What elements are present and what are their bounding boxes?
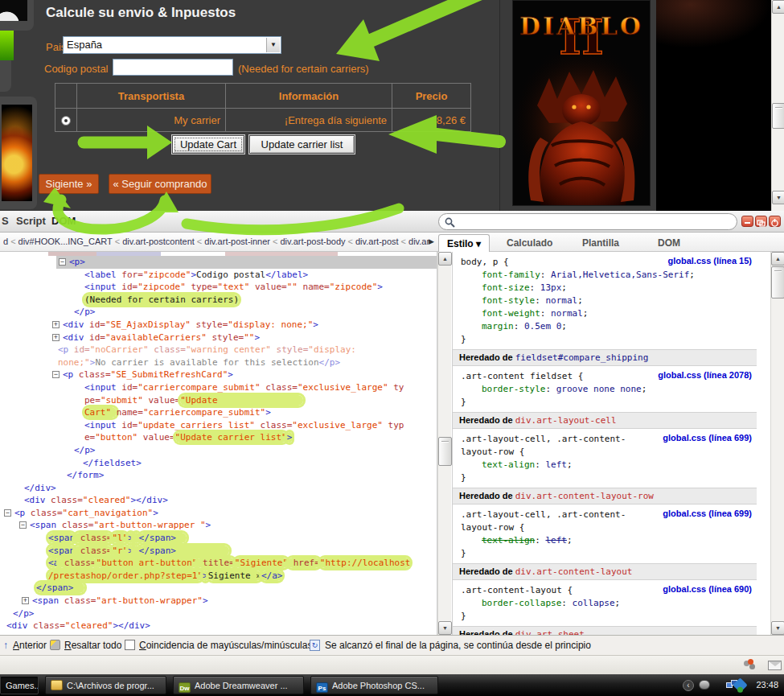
zipcode-input[interactable]: [113, 59, 233, 76]
scrollbar-thumb[interactable]: [438, 437, 452, 466]
taskbar-button[interactable]: C:\Archivos de progr...: [45, 676, 166, 694]
breadcrumb-overflow-icon[interactable]: ▶: [429, 237, 434, 245]
style-tab-plantilla[interactable]: Plantilla: [574, 234, 627, 252]
css-rule[interactable]: global.css (línea 690).art-content-layou…: [453, 580, 757, 626]
next-button[interactable]: Sigiente »: [39, 174, 99, 194]
browser-scrollbar[interactable]: ▲ ▼: [771, 0, 784, 211]
style-tab-dom[interactable]: DOM: [650, 234, 688, 252]
highlight-all-button[interactable]: Resaltar todo: [64, 640, 121, 651]
css-source-link[interactable]: global.css (línea 699): [663, 509, 752, 518]
scrollbar-thumb[interactable]: [771, 266, 784, 299]
code-line[interactable]: </p>: [0, 444, 437, 457]
scroll-up-icon[interactable]: ▲: [772, 0, 784, 14]
code-line[interactable]: +<div id="availableCarriers" style="">: [0, 332, 437, 344]
code-line[interactable]: Cart" name="carriercompare_submit">: [0, 406, 437, 419]
css-rule[interactable]: global.css (línea 2078).art-content fiel…: [453, 366, 757, 412]
update-cart-button[interactable]: Update Cart: [172, 135, 244, 154]
code-line[interactable]: <label for="zipcode">Codigo postal</labe…: [0, 269, 437, 282]
code-line[interactable]: <a class="button art-button" title="Sigi…: [0, 557, 437, 570]
collapse-icon[interactable]: −: [19, 521, 27, 529]
power-off-button[interactable]: [769, 216, 781, 227]
code-line[interactable]: <div class="cleared"></div>: [0, 494, 437, 507]
detach-window-button[interactable]: [755, 216, 767, 227]
code-line[interactable]: /prestashop/order.php?step=1">Sigiente »…: [0, 570, 437, 583]
expand-icon[interactable]: +: [52, 334, 60, 341]
css-source-link[interactable]: global.css (línea 690): [663, 584, 752, 594]
code-line[interactable]: <input id="update_carriers_list" class="…: [0, 419, 437, 432]
breadcrumb-item[interactable]: div.art-layou: [408, 237, 429, 246]
dialup-gauge-icon[interactable]: [699, 680, 710, 690]
code-line[interactable]: +<div id="SE_AjaxDisplay" style="display…: [0, 319, 437, 332]
code-line[interactable]: −<p class="cart_navigation">: [0, 507, 437, 520]
css-property[interactable]: text-align: left;: [461, 534, 750, 547]
code-line[interactable]: none;">No carrier is available for this …: [0, 356, 437, 369]
scrollbar-thumb[interactable]: [772, 103, 784, 129]
tab-css[interactable]: S: [2, 215, 9, 227]
breadcrumb-item[interactable]: div.art-post: [355, 237, 399, 246]
css-rule[interactable]: global.css (línea 15)body, p {font-famil…: [453, 252, 757, 349]
code-line[interactable]: <div class="cleared"></div>: [0, 620, 437, 632]
code-line[interactable]: +<span class="art-button-wrapper">: [0, 595, 437, 607]
tab-script[interactable]: Script: [16, 215, 46, 227]
code-line[interactable]: (Needed for certain carriers): [0, 294, 437, 307]
find-previous-button[interactable]: Anterior: [13, 640, 47, 651]
code-line[interactable]: <p id="noCarrier" class="warning center"…: [0, 344, 437, 356]
expand-icon[interactable]: +: [22, 597, 29, 604]
css-property[interactable]: font-family: Arial,Helvetica,Sans-Serif;: [461, 269, 750, 282]
code-line[interactable]: </fieldset>: [0, 457, 437, 470]
taskbar-button[interactable]: DwAdobe Dreamweaver ...: [173, 676, 304, 694]
css-rule[interactable]: global.css (línea 699).art-layout-cell, …: [453, 504, 757, 563]
taskbar-button[interactable]: Games...: [0, 676, 39, 694]
code-line[interactable]: <input id="zipcode" type="text" value=""…: [0, 281, 437, 294]
collapse-icon[interactable]: −: [59, 258, 66, 266]
scroll-up-icon[interactable]: ▲: [771, 252, 784, 266]
product-thumb-image[interactable]: [2, 105, 32, 201]
css-property[interactable]: font-weight: normal;: [461, 307, 750, 320]
html-panel-scrollbar[interactable]: ▲ ▼: [437, 252, 451, 636]
breadcrumb-item[interactable]: div#HOOK...ING_CART: [18, 237, 113, 246]
css-property[interactable]: margin: 0.5em 0;: [461, 320, 750, 333]
expand-icon[interactable]: +: [52, 321, 60, 328]
inherited-selector[interactable]: div.art-content-layout: [515, 566, 633, 577]
css-source-link[interactable]: global.css (línea 2078): [658, 370, 752, 380]
product-thumb-image[interactable]: [0, 31, 14, 60]
taskbar-button[interactable]: PsAdobe Photoshop CS...: [310, 676, 438, 694]
breadcrumb-item[interactable]: div.art-post-body: [280, 237, 345, 246]
code-line[interactable]: <span class="l"> </span>: [0, 532, 437, 545]
css-property[interactable]: font-size: 13px;: [461, 282, 750, 294]
code-line[interactable]: −<p>: [0, 256, 437, 269]
scroll-down-icon[interactable]: ▼: [438, 621, 452, 635]
tray-collapse-icon[interactable]: ‹: [683, 680, 694, 691]
match-case-checkbox[interactable]: [125, 640, 135, 650]
code-line[interactable]: <span class="r"> </span>: [0, 545, 437, 558]
code-line[interactable]: −<p class="SE_SubmitRefreshCard">: [0, 369, 437, 381]
collapse-icon[interactable]: −: [4, 509, 11, 517]
css-rule[interactable]: global.css (línea 699).art-layout-cell, …: [453, 429, 757, 488]
css-property[interactable]: text-align: left;: [461, 459, 750, 472]
scroll-down-icon[interactable]: ▼: [772, 191, 784, 204]
css-property[interactable]: border-style: groove none none;: [461, 383, 750, 396]
code-line[interactable]: pe="submit" value="Update: [0, 394, 437, 407]
code-line[interactable]: <input id="carriercompare_submit" class=…: [0, 381, 437, 394]
css-source-link[interactable]: global.css (línea 699): [663, 433, 752, 443]
collapse-icon[interactable]: −: [52, 371, 60, 378]
inherited-selector[interactable]: div.art-layout-cell: [515, 415, 617, 426]
breadcrumb-item[interactable]: div.art-post-inner: [204, 237, 270, 246]
minimize-button[interactable]: [741, 216, 753, 227]
country-select[interactable]: España ▼: [63, 36, 281, 54]
mail-icon[interactable]: [768, 661, 782, 670]
continue-shopping-button[interactable]: « Seguir comprando: [109, 174, 211, 194]
tab-dom[interactable]: DOM: [51, 215, 76, 227]
code-line[interactable]: </p>: [0, 607, 437, 620]
style-tab-calculado[interactable]: Calculado: [499, 234, 560, 252]
carrier-radio[interactable]: [61, 116, 71, 126]
breadcrumb-item[interactable]: div.art-postcontent: [122, 237, 195, 246]
style-panel-scrollbar[interactable]: ▲ ▼: [770, 252, 784, 636]
inherited-selector[interactable]: fieldset#compare_shipping: [515, 352, 649, 363]
scroll-down-icon[interactable]: ▼: [771, 621, 784, 635]
css-property[interactable]: border-collapse: collapse;: [461, 597, 750, 610]
product-thumb-image[interactable]: [0, 0, 27, 21]
css-property[interactable]: font-style: normal;: [461, 294, 750, 307]
code-line[interactable]: </div>: [0, 482, 437, 495]
code-line[interactable]: e="button" value="Update carrier list">: [0, 431, 437, 444]
